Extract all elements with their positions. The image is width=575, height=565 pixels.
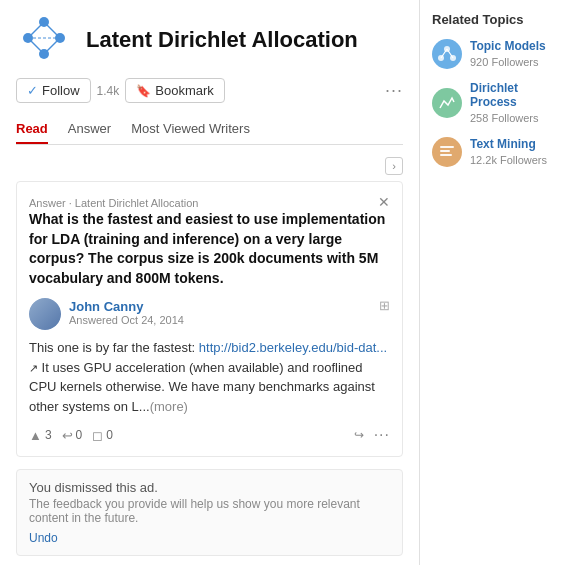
- ad-dismissed-box: You dismissed this ad. The feedback you …: [16, 469, 403, 556]
- follow-button[interactable]: ✓ Follow: [16, 78, 91, 103]
- follow-icon: ✓: [27, 83, 38, 98]
- svg-line-12: [441, 49, 447, 58]
- topic-icon: [16, 12, 72, 68]
- question-title-1: What is the fastest and easiest to use i…: [29, 210, 390, 288]
- bookmark-label: Bookmark: [155, 83, 214, 98]
- related-info-text-mining: Text Mining 12.2k Followers: [470, 137, 547, 167]
- sidebar: Related Topics Topic Models 920 Follower…: [420, 0, 575, 565]
- related-icon-text-mining: [432, 137, 462, 167]
- related-followers-dirichlet-process: 258 Followers: [470, 112, 538, 124]
- more-link-1[interactable]: (more): [150, 399, 188, 414]
- main-content: Latent Dirichlet Allocation ✓ Follow 1.4…: [0, 0, 420, 565]
- ad-dismissed-title: You dismissed this ad.: [29, 480, 390, 495]
- related-name-topic-models[interactable]: Topic Models: [470, 39, 546, 53]
- related-item-dirichlet-process: Dirichlet Process 258 Followers: [432, 81, 563, 125]
- upvote-button-1[interactable]: ▲ 3: [29, 428, 52, 443]
- scroll-right-button[interactable]: ›: [385, 157, 403, 175]
- answer-body-1: This one is by far the fastest: http://b…: [29, 338, 390, 416]
- svg-line-5: [44, 22, 60, 38]
- avatar-img-1: [29, 298, 61, 330]
- bookmark-icon: 🔖: [136, 84, 151, 98]
- related-item-text-mining: Text Mining 12.2k Followers: [432, 137, 563, 167]
- answer-link-1[interactable]: http://bid2.berkeley.edu/bid-dat...: [199, 340, 387, 355]
- share-button-1[interactable]: ↪: [354, 428, 364, 442]
- svg-rect-15: [440, 150, 450, 152]
- answer-action-icon-1[interactable]: ⊞: [379, 298, 390, 313]
- tab-answer[interactable]: Answer: [68, 115, 111, 144]
- topic-header: Latent Dirichlet Allocation: [16, 12, 403, 68]
- more-button[interactable]: ···: [385, 80, 403, 101]
- action-bar: ✓ Follow 1.4k 🔖 Bookmark ···: [16, 78, 403, 103]
- ad-dismissed-subtitle: The feedback you provide will help us sh…: [29, 497, 390, 525]
- related-name-dirichlet-process[interactable]: Dirichlet Process: [470, 81, 563, 109]
- author-name-1[interactable]: John Canny: [69, 299, 143, 314]
- comment-count-1: 0: [76, 428, 83, 442]
- related-icon-topic-models: [432, 39, 462, 69]
- svg-line-6: [28, 38, 44, 54]
- vote-row-1: ▲ 3 ↩ 0 ◻ 0 ↪ ···: [29, 426, 390, 444]
- close-card-1-button[interactable]: ✕: [378, 194, 390, 210]
- vote-more-1[interactable]: ···: [374, 426, 390, 444]
- related-followers-topic-models: 920 Followers: [470, 56, 538, 68]
- related-info-dirichlet-process: Dirichlet Process 258 Followers: [470, 81, 563, 125]
- upvote-count-1: 3: [45, 428, 52, 442]
- share-icon-sm-1: ◻: [92, 428, 103, 443]
- bookmark-button[interactable]: 🔖 Bookmark: [125, 78, 225, 103]
- avatar-1: [29, 298, 61, 330]
- related-item-topic-models: Topic Models 920 Followers: [432, 39, 563, 69]
- external-icon-1: ↗: [29, 362, 38, 374]
- share-num-1: 0: [106, 428, 113, 442]
- follow-label: Follow: [42, 83, 80, 98]
- tab-read[interactable]: Read: [16, 115, 48, 144]
- undo-button[interactable]: Undo: [29, 531, 58, 545]
- related-icon-dirichlet-process: [432, 88, 462, 118]
- page-layout: Latent Dirichlet Allocation ✓ Follow 1.4…: [0, 0, 575, 565]
- topic-title: Latent Dirichlet Allocation: [86, 27, 358, 53]
- tabs-bar: Read Answer Most Viewed Writers: [16, 115, 403, 145]
- author-info-1: John Canny Answered Oct 24, 2014: [69, 298, 371, 326]
- card-label-1: Answer · Latent Dirichlet Allocation ✕: [29, 194, 390, 210]
- svg-line-4: [28, 22, 44, 38]
- related-followers-text-mining: 12.2k Followers: [470, 154, 547, 166]
- svg-line-13: [447, 49, 453, 58]
- svg-line-7: [44, 38, 60, 54]
- svg-rect-16: [440, 154, 452, 156]
- comment-button-1[interactable]: ↩ 0: [62, 428, 83, 443]
- answer-date-1: Answered Oct 24, 2014: [69, 314, 371, 326]
- sidebar-title: Related Topics: [432, 12, 563, 27]
- related-info-topic-models: Topic Models 920 Followers: [470, 39, 546, 69]
- svg-rect-14: [440, 146, 454, 148]
- comment-icon-1: ↩: [62, 428, 73, 443]
- author-row-1: John Canny Answered Oct 24, 2014 ⊞: [29, 298, 390, 330]
- scroll-row: ›: [16, 157, 403, 175]
- tab-most-viewed-writers[interactable]: Most Viewed Writers: [131, 115, 250, 144]
- follow-count: 1.4k: [97, 84, 120, 98]
- upvote-icon-1: ▲: [29, 428, 42, 443]
- share-count-1[interactable]: ◻ 0: [92, 428, 113, 443]
- related-name-text-mining[interactable]: Text Mining: [470, 137, 547, 151]
- answer-card-1: Answer · Latent Dirichlet Allocation ✕ W…: [16, 181, 403, 457]
